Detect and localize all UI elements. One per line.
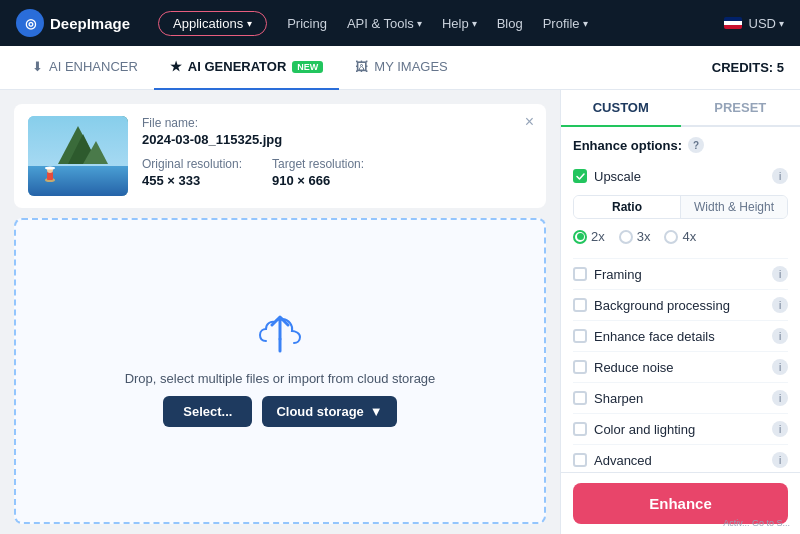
file-card: File name: 2024-03-08_115325.jpg Origina… (14, 104, 546, 208)
panel-body: Enhance options: ? Upscale i Ratio (561, 127, 800, 472)
color-info-icon[interactable]: i (772, 421, 788, 437)
sharpen-label: Sharpen (594, 391, 643, 406)
credits-display: CREDITS: 5 (712, 60, 784, 75)
tab-my-images[interactable]: 🖼 MY IMAGES (339, 46, 463, 90)
applications-chevron-icon: ▾ (247, 18, 252, 29)
drop-buttons: Select... Cloud storage ▼ (163, 396, 396, 427)
new-badge: NEW (292, 61, 323, 73)
advanced-checkbox[interactable] (573, 453, 587, 467)
color-label: Color and lighting (594, 422, 695, 437)
currency-link[interactable]: USD ▾ (724, 16, 784, 31)
target-res-label: Target resolution: (272, 157, 364, 171)
images-icon: 🖼 (355, 59, 368, 74)
file-thumbnail (28, 116, 128, 196)
radio-3x-dot (619, 230, 633, 244)
upscale-label: Upscale (594, 169, 641, 184)
cloud-storage-button[interactable]: Cloud storage ▼ (262, 396, 396, 427)
currency-chevron-icon: ▾ (779, 18, 784, 29)
api-tools-link[interactable]: API & Tools ▾ (347, 16, 422, 31)
ratio-tabs: Ratio Width & Height (573, 195, 788, 219)
framing-info-icon[interactable]: i (772, 266, 788, 282)
tab-custom[interactable]: CUSTOM (561, 90, 681, 127)
logo-text: DeepImage (50, 15, 130, 32)
resolution-row: Original resolution: 455 × 333 Target re… (142, 157, 532, 188)
ratio-tab-wh[interactable]: Width & Height (681, 196, 787, 218)
advanced-label: Advanced (594, 453, 652, 468)
original-res-group: Original resolution: 455 × 333 (142, 157, 242, 188)
radio-2x-dot (573, 230, 587, 244)
face-row: Enhance face details i (573, 323, 788, 349)
activate-watermark: Activ... Go to S... (723, 518, 790, 528)
blog-link[interactable]: Blog (497, 16, 523, 31)
cloud-chevron-icon: ▼ (370, 404, 383, 419)
logo-icon: ◎ (16, 9, 44, 37)
help-chevron-icon: ▾ (472, 18, 477, 29)
close-file-button[interactable]: × (525, 114, 534, 130)
original-res-value: 455 × 333 (142, 173, 242, 188)
face-label: Enhance face details (594, 329, 715, 344)
enhance-options-label: Enhance options: ? (573, 137, 788, 153)
upscale-section: Upscale i Ratio Width & Height 2x (573, 163, 788, 250)
file-info: File name: 2024-03-08_115325.jpg Origina… (142, 116, 532, 196)
upscale-info-icon[interactable]: i (772, 168, 788, 184)
upscale-checkbox[interactable] (573, 169, 587, 183)
background-checkbox[interactable] (573, 298, 587, 312)
radio-4x-dot (664, 230, 678, 244)
ratio-tab-ratio[interactable]: Ratio (574, 196, 681, 218)
framing-label: Framing (594, 267, 642, 282)
noise-checkbox[interactable] (573, 360, 587, 374)
tabs-bar: ⬇ AI ENHANCER ★ AI GENERATOR NEW 🖼 MY IM… (0, 46, 800, 90)
ratio-4x[interactable]: 4x (664, 229, 696, 244)
svg-rect-6 (47, 172, 53, 180)
target-res-group: Target resolution: 910 × 666 (272, 157, 364, 188)
file-name-value: 2024-03-08_115325.jpg (142, 132, 532, 147)
main-layout: File name: 2024-03-08_115325.jpg Origina… (0, 90, 800, 534)
star-icon: ★ (170, 59, 182, 74)
pricing-link[interactable]: Pricing (287, 16, 327, 31)
color-checkbox[interactable] (573, 422, 587, 436)
upload-icon (258, 315, 302, 361)
api-chevron-icon: ▾ (417, 18, 422, 29)
ratio-2x[interactable]: 2x (573, 229, 605, 244)
target-res-value: 910 × 666 (272, 173, 364, 188)
face-checkbox[interactable] (573, 329, 587, 343)
tab-ai-generator[interactable]: ★ AI GENERATOR NEW (154, 46, 339, 90)
noise-label: Reduce noise (594, 360, 674, 375)
svg-point-8 (45, 167, 55, 170)
background-label: Background processing (594, 298, 730, 313)
enhance-options-info-icon[interactable]: ? (688, 137, 704, 153)
color-row: Color and lighting i (573, 416, 788, 442)
right-panel: CUSTOM PRESET Enhance options: ? Upscale (560, 90, 800, 534)
panel-tabs: CUSTOM PRESET (561, 90, 800, 127)
download-icon: ⬇ (32, 59, 43, 74)
drop-zone[interactable]: Drop, select multiple files or import fr… (14, 218, 546, 524)
sharpen-info-icon[interactable]: i (772, 390, 788, 406)
select-button[interactable]: Select... (163, 396, 252, 427)
applications-button[interactable]: Applications ▾ (158, 11, 267, 36)
flag-icon (724, 17, 742, 29)
framing-checkbox[interactable] (573, 267, 587, 281)
face-info-icon[interactable]: i (772, 328, 788, 344)
framing-row: Framing i (573, 261, 788, 287)
svg-rect-1 (28, 166, 128, 196)
upscale-left: Upscale (573, 169, 641, 184)
tab-preset[interactable]: PRESET (681, 90, 801, 127)
navbar: ◎ DeepImage Applications ▾ Pricing API &… (0, 0, 800, 46)
help-link[interactable]: Help ▾ (442, 16, 477, 31)
logo: ◎ DeepImage (16, 9, 130, 37)
profile-chevron-icon: ▾ (583, 18, 588, 29)
tab-ai-enhancer[interactable]: ⬇ AI ENHANCER (16, 46, 154, 90)
noise-info-icon[interactable]: i (772, 359, 788, 375)
sharpen-checkbox[interactable] (573, 391, 587, 405)
noise-row: Reduce noise i (573, 354, 788, 380)
drop-text: Drop, select multiple files or import fr… (125, 371, 436, 386)
original-res-label: Original resolution: (142, 157, 242, 171)
file-name-label: File name: (142, 116, 532, 130)
ratio-options: 2x 3x 4x (573, 225, 788, 250)
left-panel: File name: 2024-03-08_115325.jpg Origina… (0, 90, 560, 534)
upscale-row: Upscale i (573, 163, 788, 189)
background-info-icon[interactable]: i (772, 297, 788, 313)
profile-link[interactable]: Profile ▾ (543, 16, 588, 31)
advanced-info-icon[interactable]: i (772, 452, 788, 468)
ratio-3x[interactable]: 3x (619, 229, 651, 244)
